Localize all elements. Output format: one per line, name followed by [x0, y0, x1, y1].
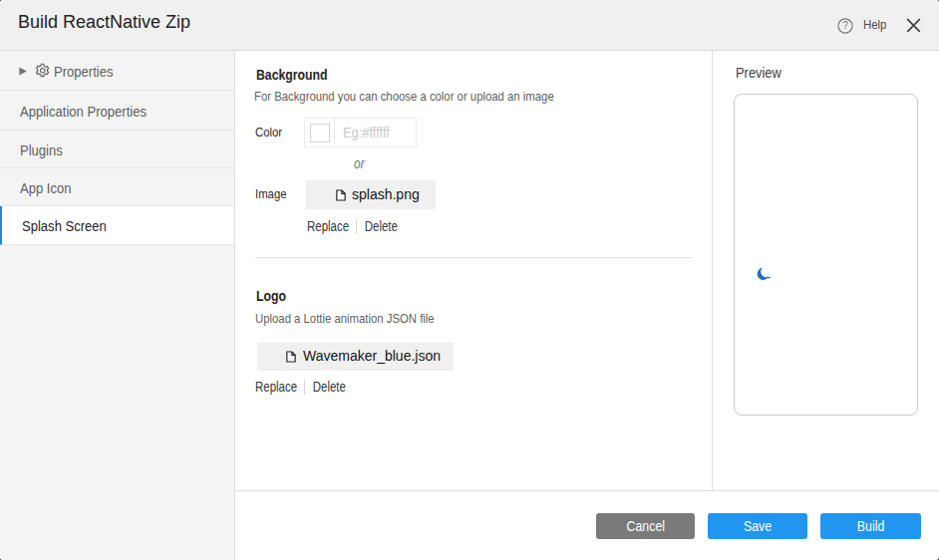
svg-text:?: ?	[842, 20, 848, 31]
